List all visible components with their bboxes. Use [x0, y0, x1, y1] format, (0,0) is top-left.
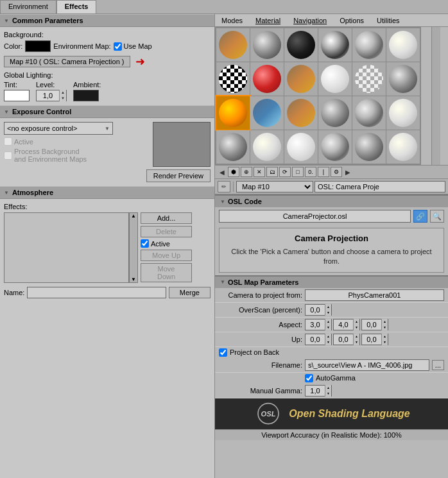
- up-spinner-2[interactable]: ▲ ▼: [333, 334, 360, 345]
- aspect-input-3[interactable]: [362, 321, 381, 329]
- nav-left-arrow[interactable]: ◀: [218, 169, 227, 176]
- material-grid-scrollbar[interactable]: [431, 27, 440, 165]
- mat-cell-22[interactable]: [318, 130, 352, 164]
- mat-cell-20[interactable]: [250, 130, 284, 164]
- merge-button[interactable]: Merge: [169, 287, 211, 298]
- overscan-spinner[interactable]: ▲ ▼: [305, 304, 332, 316]
- manual-gamma-spinner[interactable]: ▲ ▼: [305, 385, 332, 397]
- osl-link-button[interactable]: 🔗: [413, 210, 427, 223]
- osl-code-header[interactable]: OSL Code: [215, 196, 448, 207]
- render-preview-button[interactable]: Render Preview: [146, 169, 211, 182]
- mat-cell-2[interactable]: [250, 28, 284, 62]
- mat-cell-5[interactable]: [352, 28, 386, 62]
- mat-cell-24[interactable]: [386, 130, 420, 164]
- up-arrows-2[interactable]: ▲ ▼: [353, 334, 359, 345]
- mat-cell-4[interactable]: [318, 28, 352, 62]
- move-up-button[interactable]: Move Up: [141, 250, 192, 261]
- manual-gamma-arrows[interactable]: ▲ ▼: [325, 385, 331, 397]
- exposure-control-header[interactable]: Exposure Control: [0, 105, 214, 118]
- nav-btn-1[interactable]: ⬢: [228, 167, 239, 177]
- move-down-button[interactable]: Move Down: [141, 263, 192, 282]
- up-input-1[interactable]: [306, 336, 325, 343]
- listbox-scrollbar[interactable]: ▲ ▼: [129, 212, 138, 283]
- mat-cell-3[interactable]: [284, 28, 318, 62]
- map-name-select[interactable]: Map #10: [236, 181, 313, 192]
- atmosphere-header[interactable]: Atmosphere: [0, 186, 214, 199]
- mat-cell-13[interactable]: [216, 96, 250, 130]
- menu-material[interactable]: Material: [249, 15, 287, 26]
- mat-cell-16[interactable]: [318, 96, 352, 130]
- aspect-arrows-3[interactable]: ▲ ▼: [381, 319, 388, 330]
- nav-btn-4[interactable]: 🗂: [266, 167, 278, 177]
- nav-btn-8[interactable]: |: [318, 167, 329, 177]
- menu-navigation[interactable]: Navigation: [287, 15, 333, 26]
- use-map-checkbox[interactable]: [114, 42, 122, 51]
- aspect-arrows-1[interactable]: ▲ ▼: [325, 319, 331, 330]
- menu-utilities[interactable]: Utilities: [370, 15, 406, 26]
- level-input[interactable]: [37, 92, 59, 99]
- tab-environment[interactable]: Environment: [0, 0, 56, 13]
- up-spinner-3[interactable]: ▲ ▼: [361, 334, 388, 345]
- mat-cell-18[interactable]: [386, 96, 420, 130]
- menu-options[interactable]: Options: [333, 15, 370, 26]
- mat-cell-23[interactable]: [352, 130, 386, 164]
- exposure-dropdown[interactable]: <no exposure control>: [4, 122, 113, 135]
- up-input-3[interactable]: [362, 336, 381, 343]
- filename-input[interactable]: [305, 359, 429, 371]
- project-on-back-checkbox[interactable]: [219, 348, 227, 357]
- aspect-spinner-3[interactable]: ▲ ▼: [361, 319, 388, 330]
- osl-params-header[interactable]: OSL Map Parameters: [215, 277, 448, 288]
- mat-cell-10[interactable]: [318, 62, 352, 96]
- mat-cell-14[interactable]: [250, 96, 284, 130]
- autogamma-checkbox[interactable]: [305, 374, 313, 382]
- aspect-input-1[interactable]: [306, 321, 325, 329]
- name-input[interactable]: [27, 287, 166, 298]
- add-button[interactable]: Add...: [141, 212, 192, 224]
- nav-btn-6[interactable]: □: [292, 167, 304, 177]
- nav-btn-9[interactable]: ⚙: [331, 167, 342, 177]
- nav-btn-7[interactable]: 0.: [305, 167, 316, 177]
- browse-button[interactable]: ...: [432, 360, 444, 370]
- process-bg-checkbox[interactable]: [4, 151, 12, 160]
- overscan-arrows[interactable]: ▲ ▼: [325, 304, 331, 316]
- mat-cell-1[interactable]: [216, 28, 250, 62]
- mat-cell-17[interactable]: [352, 96, 386, 130]
- overscan-down[interactable]: ▼: [325, 310, 331, 316]
- mat-cell-15[interactable]: [284, 96, 318, 130]
- nav-btn-5[interactable]: ⟳: [279, 167, 291, 177]
- effects-listbox[interactable]: [4, 212, 129, 283]
- nav-right-arrow[interactable]: ▶: [343, 169, 352, 176]
- aspect-spinner-1[interactable]: ▲ ▼: [305, 319, 332, 330]
- common-parameters-header[interactable]: Common Parameters: [0, 14, 214, 27]
- level-arrows[interactable]: ▲ ▼: [59, 90, 66, 101]
- nav-btn-3[interactable]: ✕: [254, 167, 265, 177]
- mat-cell-8[interactable]: [250, 62, 284, 96]
- osl-file-input[interactable]: [219, 210, 411, 223]
- up-arrows-1[interactable]: ▲ ▼: [325, 334, 331, 345]
- level-spinner[interactable]: ▲ ▼: [36, 90, 67, 101]
- scroll-up[interactable]: ▲: [130, 213, 137, 219]
- aspect-spinner-2[interactable]: ▲ ▼: [333, 319, 360, 330]
- level-down-arrow[interactable]: ▼: [60, 96, 66, 101]
- aspect-input-2[interactable]: [334, 321, 353, 329]
- menu-modes[interactable]: Modes: [215, 15, 249, 26]
- ambient-swatch[interactable]: [73, 90, 99, 101]
- mat-cell-7[interactable]: [216, 62, 250, 96]
- color-swatch[interactable]: [25, 40, 51, 52]
- overscan-input[interactable]: [306, 306, 325, 314]
- mat-cell-21[interactable]: [284, 130, 318, 164]
- up-input-2[interactable]: [334, 336, 353, 343]
- up-arrows-3[interactable]: ▲ ▼: [381, 334, 388, 345]
- nav-btn-2[interactable]: ⊕: [241, 167, 252, 177]
- tint-swatch[interactable]: [4, 90, 30, 101]
- active-effects-checkbox[interactable]: [141, 239, 149, 248]
- mat-cell-11[interactable]: [352, 62, 386, 96]
- delete-button[interactable]: Delete: [141, 226, 192, 237]
- map-button[interactable]: Map #10 ( OSL: Camera Projection ): [4, 56, 130, 67]
- mat-cell-19[interactable]: [216, 130, 250, 164]
- mat-cell-9[interactable]: [284, 62, 318, 96]
- active-checkbox[interactable]: [4, 137, 12, 146]
- level-up-arrow[interactable]: ▲: [60, 90, 66, 96]
- overscan-up[interactable]: ▲: [325, 304, 331, 310]
- mat-cell-6[interactable]: [386, 28, 420, 62]
